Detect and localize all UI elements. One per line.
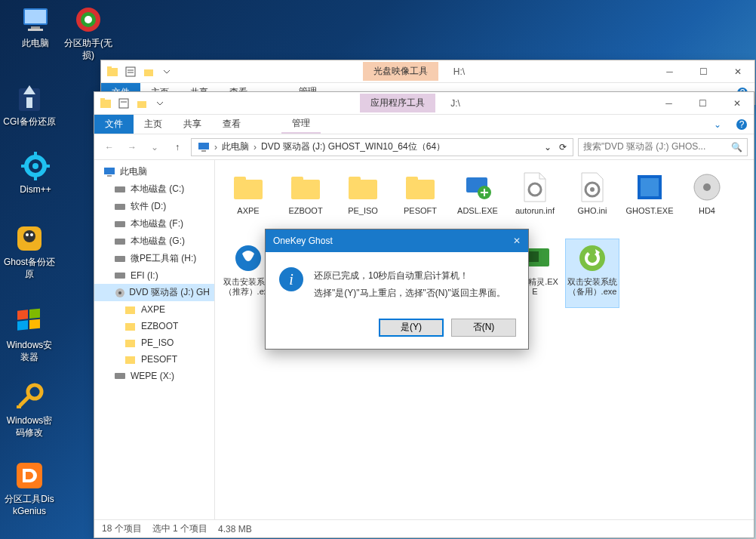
dialog-close-icon[interactable]: ✕ [513,236,521,246]
minimize-button[interactable]: ─ [653,60,687,82]
desktop-icon-label: CGI备份还原 [3,116,56,128]
maximize-button[interactable]: ☐ [687,60,721,82]
onekey-ghost-dialog[interactable]: OneKey Ghost ✕ i 还原已完成，10秒后自动重启计算机！ 选择"是… [265,229,529,350]
qat-dropdown[interactable] [152,95,168,112]
file-exe[interactable]: ADSL.EXE [450,168,505,237]
no-button[interactable]: 否(N) [451,319,516,337]
svg-point-52 [118,291,121,294]
tree-subitem[interactable]: PE_ISO [94,334,214,351]
desktop-icon-label: Windows密码修改 [3,415,56,439]
file-inf[interactable]: autorun.inf [508,168,562,237]
tree-this-pc[interactable]: 此电脑 [94,163,214,180]
close-button[interactable]: ✕ [721,60,754,82]
desktop-icon-cgi-backup[interactable]: CGI备份还原 [3,83,56,128]
file-ini[interactable]: GHO.ini [565,168,619,237]
svg-rect-48 [115,239,125,245]
svg-rect-38 [137,101,146,108]
context-tab[interactable]: 光盘映像工具 [363,62,438,81]
file-folder[interactable]: PESOFT [393,168,447,237]
file-folder[interactable]: AXPE [221,168,275,237]
tree-item[interactable]: EFI (I:) [94,267,214,284]
desktop-icon-ghost[interactable]: Ghost备份还原 [3,223,56,280]
crumb-this-pc[interactable]: 此电脑 [219,139,252,155]
tree-item[interactable]: 本地磁盘 (C:) [94,180,214,198]
desktop-icon-this-pc[interactable]: 此电脑 [9,5,62,50]
app-icon[interactable] [104,63,121,80]
svg-point-9 [32,163,38,169]
nav-recent-dropdown[interactable]: ⌄ [146,138,164,156]
svg-rect-65 [406,177,418,181]
desktop-icon-partition-assist[interactable]: 分区助手(无损) [62,5,115,61]
ribbon-tab-file[interactable]: 文件 [94,115,134,134]
chevron-right-icon[interactable]: › [214,142,217,152]
desktop-icon-label: 分区助手(无损) [62,38,115,61]
app-icon[interactable] [97,95,114,112]
qat-dropdown[interactable] [158,63,175,80]
nav-forward[interactable]: → [123,138,141,156]
svg-rect-59 [234,177,246,181]
ribbon-tab-manage[interactable]: 管理 [281,115,321,134]
desktop-icon-win-password[interactable]: Windows密码修改 [3,382,56,439]
svg-rect-36 [119,99,128,108]
maximize-button[interactable]: ☐ [686,92,720,114]
ribbon-tab-share[interactable]: 共享 [173,115,212,134]
qat-properties[interactable] [115,95,132,112]
svg-point-74 [703,183,711,191]
breadcrumb-dropdown[interactable]: ⌄ [541,140,555,154]
svg-rect-11 [34,176,37,180]
desktop-icon-dism[interactable]: Dism++ [9,151,62,196]
search-input[interactable]: 搜索"DVD 驱动器 (J:) GHOS... 🔍 [578,138,748,156]
svg-rect-20 [17,320,28,330]
refresh-icon[interactable]: ⟳ [556,140,570,154]
file-exe[interactable]: GHOST.EXE [622,168,677,237]
desktop-icon-label: Dism++ [9,184,62,196]
qat-properties[interactable] [122,63,139,80]
desktop-icon-win-installer[interactable]: Windows安装器 [3,306,56,363]
desktop-icon-label: 分区工具DiskGenius [3,494,56,517]
svg-point-16 [26,233,29,236]
svg-rect-50 [115,273,125,279]
file-exe[interactable]: HD4 [680,168,734,237]
tree-item[interactable]: 软件 (D:) [94,198,214,215]
nav-back[interactable]: ← [100,138,118,156]
svg-rect-46 [115,204,125,210]
svg-rect-34 [100,100,111,108]
qat-newfolder[interactable] [140,63,157,80]
context-tab[interactable]: 应用程序工具 [360,94,435,112]
tree-item[interactable]: 微PE工具箱 (H:) [94,250,214,267]
chevron-right-icon[interactable]: › [254,142,257,152]
close-button[interactable]: ✕ [720,92,754,114]
tree-item[interactable]: 本地磁盘 (F:) [94,215,214,233]
file-folder[interactable]: EZBOOT [278,168,333,237]
desktop-icon-diskgenius[interactable]: 分区工具DiskGenius [3,460,56,517]
dialog-message-2: 选择"是(Y)"马上重启，选择"否(N)"返回主界面。 [314,285,506,302]
breadcrumb[interactable]: › 此电脑 › DVD 驱动器 (J:) GHOST_WIN10_64位（64）… [191,138,573,156]
ribbon-expand[interactable]: ⌄ [705,115,730,134]
svg-point-81 [579,245,605,271]
svg-rect-45 [115,186,125,192]
help-icon[interactable]: ? [730,115,754,134]
file-exe-selected[interactable]: 双击安装系统（备用）.exe [565,239,619,308]
crumb-drive[interactable]: DVD 驱动器 (J:) GHOST_WIN10_64位（64） [258,139,448,155]
titlebar[interactable]: 应用程序工具 J:\ ─ ☐ ✕ [94,92,754,115]
nav-up[interactable]: ↑ [168,138,186,156]
dialog-titlebar[interactable]: OneKey Ghost ✕ [266,229,528,252]
nav-tree[interactable]: 此电脑 本地磁盘 (C:) 软件 (D:) 本地磁盘 (F:) 本地磁盘 (G:… [94,160,215,519]
yes-button[interactable]: 是(Y) [379,319,444,337]
ribbon-tab-view[interactable]: 查看 [212,115,251,134]
ribbon-tab-home[interactable]: 主页 [134,115,173,134]
qat-newfolder[interactable] [134,95,150,112]
desktop-icon-label: Ghost备份还原 [3,257,56,280]
titlebar[interactable]: 光盘映像工具 H:\ ─ ☐ ✕ [101,60,754,83]
tree-item[interactable]: 本地磁盘 (G:) [94,233,214,250]
file-folder[interactable]: PE_ISO [336,168,390,237]
tree-item[interactable]: WEPE (X:) [94,368,214,384]
svg-point-22 [28,385,41,399]
tree-subitem[interactable]: AXPE [94,301,214,318]
search-icon[interactable]: 🔍 [731,142,742,152]
tree-subitem[interactable]: PESOFT [94,351,214,368]
tree-item-selected[interactable]: DVD 驱动器 (J:) GH [94,284,214,301]
tree-subitem[interactable]: EZBOOT [94,318,214,334]
minimize-button[interactable]: ─ [652,92,686,114]
crumb-pc-icon[interactable] [195,140,213,154]
